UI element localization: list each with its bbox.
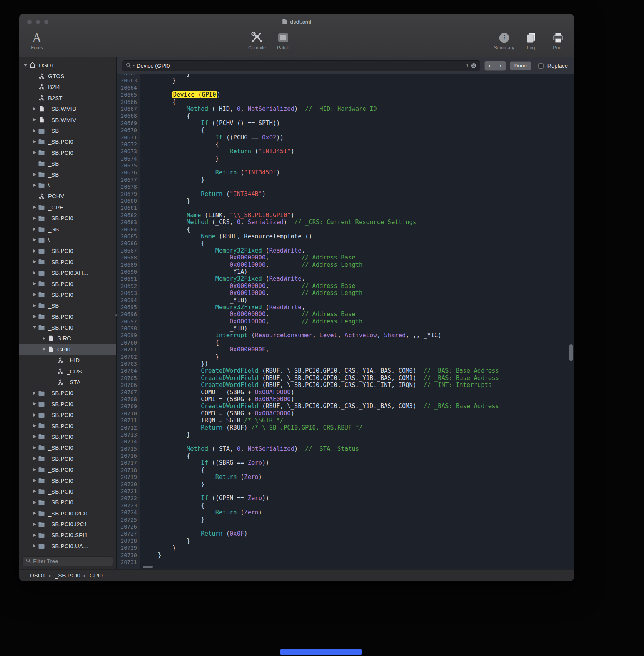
disclosure-triangle-icon[interactable] (32, 488, 38, 494)
tree-item-sbpci0xh[interactable]: _SB.PCI0.XH… (19, 267, 116, 278)
code-line[interactable]: Method (_CRS, 0, Serialized) // _CRS: Cu… (143, 219, 574, 226)
tree-item-sirc[interactable]: SIRC (19, 333, 116, 344)
code-line[interactable]: { (143, 127, 574, 134)
tree-item-sbpci0[interactable]: _SB.PCI0 (19, 256, 116, 267)
tree-item-sbpci0[interactable]: _SB.PCI0 (19, 147, 116, 158)
code-line[interactable]: { (143, 112, 574, 119)
tree-item-sbpci0[interactable]: _SB.PCI0 (19, 497, 116, 508)
code-line[interactable]: { (143, 502, 574, 509)
code-line[interactable]: { (143, 240, 574, 247)
code-line[interactable]: } (143, 544, 574, 551)
disclosure-triangle-icon[interactable] (32, 204, 38, 210)
code-line[interactable]: COM1 = (SBRG + 0x00AE0000) (143, 396, 574, 403)
disclosure-triangle-icon[interactable] (32, 171, 38, 177)
tree-item-sb[interactable]: _SB (19, 125, 116, 136)
tree-item-gpe[interactable]: _GPE (19, 202, 116, 213)
tree-item-node16[interactable]: \ (19, 234, 116, 245)
code-line[interactable]: } (143, 431, 574, 438)
search-options-caret-icon[interactable]: ▾ (133, 64, 135, 67)
code-line[interactable]: } (143, 197, 574, 204)
tree-item-sbpci0[interactable]: _SB.PCI0 (19, 388, 116, 398)
code-line[interactable]: Name (LINK, "\\_SB.PCI0.GPI0") (143, 212, 574, 219)
code-line[interactable]: Return ("INT3451") (143, 148, 574, 155)
tree-item-sbpci0[interactable]: _SB.PCI0 (19, 322, 116, 333)
close-button[interactable] (27, 20, 32, 25)
code-line[interactable]: Memory32Fixed (ReadWrite, (143, 304, 574, 311)
tree-item-sb[interactable]: _SB (19, 169, 116, 180)
disclosure-triangle-icon[interactable] (32, 412, 38, 418)
code-line[interactable] (143, 204, 574, 211)
clear-search-icon[interactable] (471, 63, 477, 69)
tree-item-sta[interactable]: _STA (19, 377, 116, 387)
code-line[interactable]: _Y1A) (143, 268, 574, 275)
disclosure-triangle-icon[interactable] (32, 499, 38, 505)
code-line[interactable] (143, 438, 574, 445)
code-line[interactable] (143, 162, 574, 169)
disclosure-triangle-icon[interactable] (22, 62, 28, 68)
horizontal-scrollbar-thumb[interactable] (143, 566, 153, 568)
code-line[interactable]: Return ("INT345D") (143, 169, 574, 176)
tree-item-dsdt[interactable]: DSDT (19, 60, 116, 70)
find-input[interactable] (137, 63, 464, 69)
disclosure-triangle-icon[interactable] (32, 477, 38, 484)
tree-item-sbpci0[interactable]: _SB.PCI0 (19, 453, 116, 464)
code-line[interactable]: 0x00000000, // Address Base (143, 254, 574, 261)
code-line[interactable]: If ((PCHG == 0x02)) (143, 134, 574, 141)
code-line[interactable]: CreateDWordField (RBUF, \_SB.PCI0.GPI0._… (143, 367, 574, 374)
code-line[interactable]: }) (143, 360, 574, 367)
find-field[interactable]: ▾ 1 (122, 60, 480, 71)
code-line[interactable]: Name (RBUF, ResourceTemplate () (143, 233, 574, 240)
tree-item-sbpci0[interactable]: _SB.PCI0 (19, 213, 116, 223)
code-line[interactable]: } (143, 77, 574, 84)
disclosure-triangle-icon[interactable] (32, 117, 38, 123)
disclosure-triangle-icon[interactable] (32, 455, 38, 462)
tree-item-sbpci0[interactable]: _SB.PCI0 (19, 464, 116, 475)
tree-item-sbwmiv[interactable]: _SB.WMIV (19, 114, 116, 125)
tree-item-sbpci0[interactable]: _SB.PCI0 (19, 136, 116, 147)
tree-item-sbpci0[interactable]: _SB.PCI0 (19, 442, 116, 453)
code-line[interactable]: IRQN = SGIR /* \SGIR */ (143, 417, 574, 424)
code-line[interactable]: 0x00010000, // Address Length (143, 290, 574, 296)
code-line[interactable]: 0x00010000, // Address Length (143, 261, 574, 268)
code-line[interactable]: } (143, 481, 574, 488)
tree-item-sb[interactable]: _SB (19, 300, 116, 311)
disclosure-triangle-icon[interactable] (32, 445, 38, 451)
code-line[interactable]: Return (Zero) (143, 474, 574, 480)
tree-item-b2st[interactable]: B2ST (19, 92, 116, 103)
code-line[interactable]: { (143, 467, 574, 474)
disclosure-triangle-icon[interactable] (32, 313, 38, 320)
tree-item-sb[interactable]: _SB (19, 224, 116, 234)
tree-item-pchv[interactable]: PCHV (19, 191, 116, 202)
disclosure-triangle-icon[interactable] (41, 346, 47, 352)
code-line[interactable]: Return ("INT344B") (143, 191, 574, 197)
code-scroll-region[interactable]: 2066220663206642066520666206672066820669… (117, 74, 574, 569)
tree-item-sbpci0i2c0[interactable]: _SB.PCI0.I2C0 (19, 508, 116, 519)
code-line[interactable]: CreateDWordField (RBUF, \_SB.PCI0.GPI0._… (143, 382, 574, 388)
disclosure-triangle-icon[interactable] (32, 248, 38, 254)
disclosure-triangle-icon[interactable] (32, 226, 38, 232)
zoom-button[interactable] (44, 20, 49, 25)
code-line[interactable]: 0x00000000, // Address Base (143, 311, 574, 318)
patch-button[interactable]: Patch (271, 31, 295, 50)
code-line[interactable]: If ((GPEN == Zero)) (143, 495, 574, 502)
tree-item-node11[interactable]: \ (19, 180, 116, 191)
disclosure-triangle-icon[interactable] (32, 237, 38, 243)
tree-item-sbpci0[interactable]: _SB.PCI0 (19, 289, 116, 300)
tree-item-sbpci0[interactable]: _SB.PCI0 (19, 278, 116, 289)
summary-button[interactable]: i Summary (492, 31, 516, 50)
disclosure-triangle-icon[interactable] (32, 467, 38, 473)
code-line[interactable]: If ((PCHV () == SPTH)) (143, 120, 574, 127)
code-line[interactable]: Return (Zero) (143, 509, 574, 516)
log-button[interactable]: Log (519, 31, 543, 50)
disclosure-triangle-icon[interactable] (32, 182, 38, 188)
code-line[interactable]: Method (_STA, 0, NotSerialized) // _STA:… (143, 445, 574, 452)
code-line[interactable]: _Y1B) (143, 297, 574, 304)
tree-item-gtos[interactable]: GTOS (19, 70, 116, 81)
disclosure-triangle-icon[interactable] (32, 433, 38, 440)
code-line[interactable]: { (143, 339, 574, 346)
tree-item-sbpci0[interactable]: _SB.PCI0 (19, 398, 116, 409)
tree-item-sbpci0spi1[interactable]: _SB.PCI0.SPI1 (19, 530, 116, 541)
fonts-button[interactable]: A Fonts (25, 31, 49, 57)
filter-tree-input[interactable] (33, 558, 110, 564)
code-line[interactable]: Return (0x0F) (143, 530, 574, 537)
